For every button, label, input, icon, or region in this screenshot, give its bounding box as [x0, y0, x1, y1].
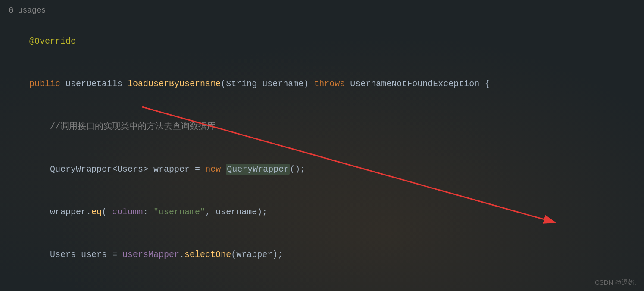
- usage-count: 6 usages: [9, 4, 635, 17]
- code-line-wrapper-eq: wrapper.eq( column: "username", username…: [9, 191, 635, 233]
- type-users2: Users: [50, 250, 81, 260]
- code-container: 6 usages @Override public UserDetails lo…: [0, 0, 644, 291]
- code-line-signature: public UserDetails loadUserByUsername(St…: [9, 63, 635, 105]
- comma1: ,: [205, 207, 216, 217]
- param-username: username: [262, 79, 303, 89]
- var-username: username: [216, 207, 257, 217]
- paren3: (: [102, 207, 112, 217]
- param-column: column: [112, 207, 143, 217]
- var-wrapper: wrapper: [153, 164, 195, 174]
- type-string: String: [226, 79, 262, 89]
- method-name: loadUserByUsername: [128, 79, 221, 89]
- var-wrapper2: wrapper.: [50, 207, 91, 217]
- type-exception: UsernameNotFoundException: [350, 79, 485, 89]
- kw-new1: new: [205, 164, 226, 174]
- string-username: "username": [153, 207, 205, 217]
- type-querywrapper: QueryWrapper: [50, 164, 112, 174]
- paren5: (wrapper);: [231, 250, 283, 260]
- eq2: =: [112, 250, 122, 260]
- comment-text1: //调用接口的实现类中的方法去查询数据库: [50, 122, 216, 131]
- watermark: CSDN @逗奶.: [595, 278, 636, 287]
- type-userdetails: UserDetails: [66, 79, 128, 89]
- type-users: Users: [117, 164, 143, 174]
- code-line-annotation: @Override: [9, 20, 635, 63]
- annotation-text: @Override: [29, 36, 76, 46]
- brace-open: {: [485, 79, 490, 89]
- paren-close: ): [303, 79, 314, 89]
- plain1: <: [112, 164, 117, 174]
- code-line-wrapper: QueryWrapper<Users> wrapper = new QueryW…: [9, 148, 635, 191]
- var-usersmapper: usersMapper: [122, 250, 179, 260]
- method-selectone: selectOne: [184, 250, 231, 260]
- plain2: >: [143, 164, 153, 174]
- paren-open: (: [221, 79, 226, 89]
- method-eq: eq: [91, 207, 102, 217]
- type-querywrapper-highlight: QueryWrapper: [226, 164, 290, 175]
- var-users: users: [81, 250, 112, 260]
- code-line-users: Users users = usersMapper.selectOne(wrap…: [9, 233, 635, 276]
- paren4: );: [257, 207, 267, 217]
- colon1: :: [143, 207, 153, 217]
- eq1: =: [195, 164, 205, 174]
- kw-public: public: [29, 79, 66, 89]
- paren2: ();: [290, 164, 305, 174]
- code-blank1: [9, 276, 635, 290]
- dot1: .: [179, 250, 184, 260]
- kw-throws: throws: [314, 79, 350, 89]
- code-line-comment1: //调用接口的实现类中的方法去查询数据库: [9, 105, 635, 148]
